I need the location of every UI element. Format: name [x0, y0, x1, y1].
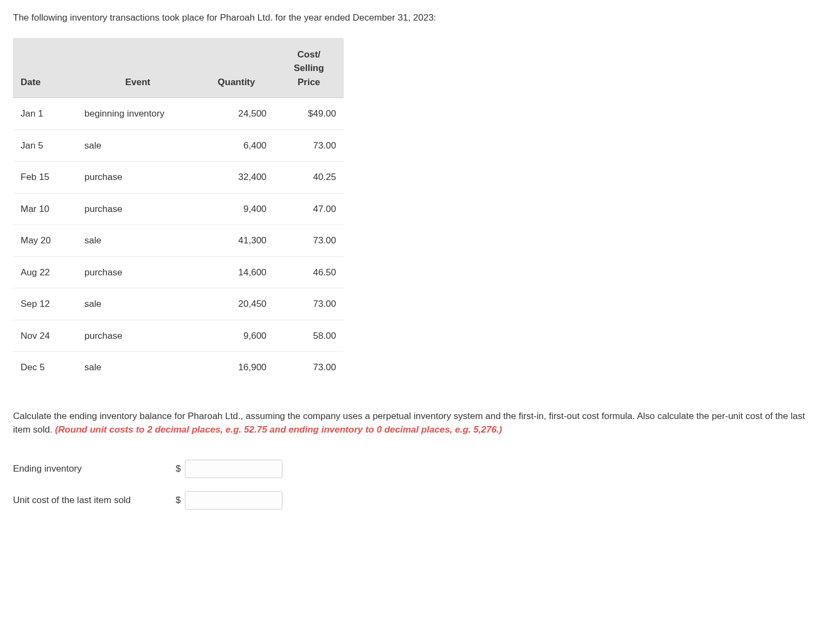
cell-price: 40.25: [274, 162, 344, 194]
cell-event: sale: [77, 130, 199, 162]
cell-price: 47.00: [274, 193, 344, 225]
instruction-text: Calculate the ending inventory balance f…: [13, 409, 811, 437]
cell-event: sale: [77, 225, 199, 257]
dollar-sign: $: [176, 493, 181, 507]
cell-event: sale: [77, 352, 199, 383]
cell-date: Nov 24: [13, 320, 77, 352]
table-row: Mar 10 purchase 9,400 47.00: [13, 193, 344, 225]
cell-price: 73.00: [274, 130, 344, 162]
header-price-line2: Selling: [294, 63, 324, 73]
cell-quantity: 14,600: [198, 256, 274, 288]
cell-price: 73.00: [274, 288, 344, 320]
cell-price: 73.00: [274, 225, 344, 257]
cell-date: Aug 22: [13, 256, 77, 288]
cell-date: Sep 12: [13, 288, 77, 320]
cell-event: beginning inventory: [77, 98, 199, 130]
cell-event: sale: [77, 288, 199, 320]
cell-quantity: 9,400: [198, 193, 274, 225]
cell-price: 73.00: [274, 352, 344, 383]
cell-quantity: 6,400: [198, 130, 274, 162]
table-row: Jan 5 sale 6,400 73.00: [13, 130, 344, 162]
cell-quantity: 41,300: [198, 225, 274, 257]
cell-quantity: 16,900: [198, 352, 274, 383]
cell-date: Jan 1: [13, 98, 77, 130]
header-price-line3: Price: [298, 77, 320, 87]
cell-date: May 20: [13, 225, 77, 257]
table-row: Jan 1 beginning inventory 24,500 $49.00: [13, 98, 344, 130]
cell-date: Feb 15: [13, 162, 77, 194]
cell-quantity: 20,450: [198, 288, 274, 320]
table-row: Aug 22 purchase 14,600 46.50: [13, 256, 344, 288]
cell-event: purchase: [77, 256, 199, 288]
table-body: Jan 1 beginning inventory 24,500 $49.00 …: [13, 98, 344, 383]
cell-price: 46.50: [274, 256, 344, 288]
unit-cost-input[interactable]: [185, 491, 282, 510]
inventory-table: Date Event Quantity Cost/ Selling Price …: [13, 38, 344, 383]
cell-event: purchase: [77, 320, 199, 352]
ending-inventory-row: Ending inventory $: [13, 460, 811, 478]
cell-event: purchase: [77, 162, 199, 194]
cell-price: $49.00: [274, 98, 344, 130]
header-event: Event: [77, 38, 199, 98]
table-row: Feb 15 purchase 32,400 40.25: [13, 162, 344, 194]
ending-inventory-input[interactable]: [185, 460, 282, 478]
cell-quantity: 9,600: [198, 320, 274, 352]
cell-date: Dec 5: [13, 352, 77, 383]
unit-cost-label: Unit cost of the last item sold: [13, 493, 176, 507]
cell-price: 58.00: [274, 320, 344, 352]
dollar-sign: $: [176, 462, 181, 476]
header-quantity: Quantity: [198, 38, 274, 98]
cell-date: Mar 10: [13, 193, 77, 225]
cell-date: Jan 5: [13, 130, 77, 162]
cell-quantity: 24,500: [198, 98, 274, 130]
header-price: Cost/ Selling Price: [274, 38, 344, 98]
table-row: May 20 sale 41,300 73.00: [13, 225, 344, 257]
cell-event: purchase: [77, 193, 199, 225]
header-price-line1: Cost/: [298, 49, 321, 60]
table-row: Nov 24 purchase 9,600 58.00: [13, 320, 344, 352]
cell-quantity: 32,400: [198, 162, 274, 194]
intro-text: The following inventory transactions too…: [13, 11, 811, 25]
ending-inventory-label: Ending inventory: [13, 462, 176, 476]
table-header-row: Date Event Quantity Cost/ Selling Price: [13, 38, 344, 98]
table-row: Sep 12 sale 20,450 73.00: [13, 288, 344, 320]
header-date: Date: [13, 38, 77, 98]
table-row: Dec 5 sale 16,900 73.00: [13, 352, 344, 383]
unit-cost-row: Unit cost of the last item sold $: [13, 491, 811, 510]
instruction-red: (Round unit costs to 2 decimal places, e…: [55, 424, 502, 435]
